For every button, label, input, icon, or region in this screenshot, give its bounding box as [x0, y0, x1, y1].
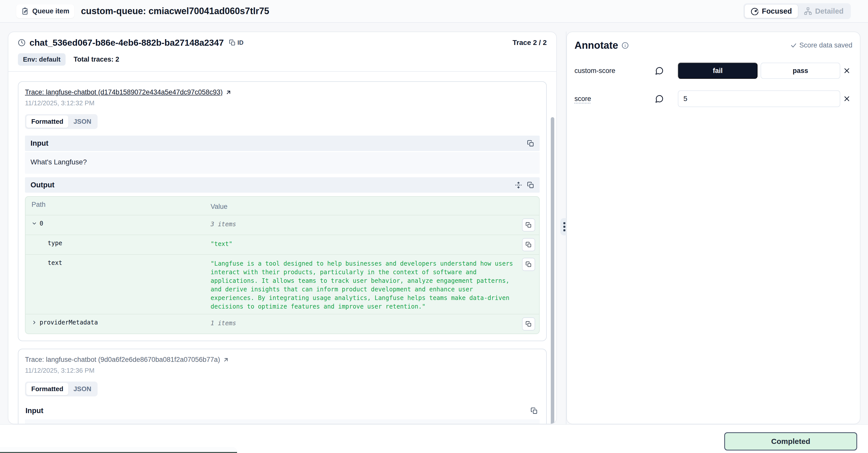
row-path: text [48, 259, 62, 266]
col-value: Value [211, 201, 535, 211]
external-link-icon [223, 357, 229, 363]
option-fail-button[interactable]: fail [678, 63, 757, 79]
table-row[interactable]: providerMetadata 1 items [26, 314, 539, 334]
trace-card: Trace: langfuse-chatbot (d174b1589072e43… [18, 81, 547, 341]
table-header-row: Path Value [26, 197, 539, 215]
option-pass-button[interactable]: pass [761, 63, 840, 79]
copy-input-button[interactable] [531, 407, 538, 414]
circle-gauge-icon [751, 7, 759, 15]
copy-id-button[interactable]: ID [229, 39, 244, 46]
table-row[interactable]: 0 3 items [26, 215, 539, 234]
queue-item-label: Queue item [32, 7, 69, 15]
score-name: score [575, 95, 655, 103]
copy-icon [229, 39, 236, 46]
detailed-view-button[interactable]: Detailed [798, 4, 849, 18]
saved-status: Score data saved [799, 41, 852, 49]
clipped-element-edge [0, 447, 237, 453]
delete-score-button[interactable] [843, 67, 852, 75]
comment-bubble-icon[interactable] [655, 94, 678, 103]
check-icon [790, 42, 797, 49]
copy-input-button[interactable] [527, 140, 534, 147]
delete-score-button[interactable] [843, 95, 852, 103]
item-title: chat_536ed067-b86e-4eb6-882b-ba27148a234… [30, 38, 224, 48]
tab-json[interactable]: JSON [68, 115, 96, 128]
detailed-label: Detailed [815, 7, 843, 16]
score-value-input[interactable] [678, 90, 840, 107]
copy-row-button[interactable] [522, 317, 535, 331]
focused-label: Focused [762, 7, 792, 16]
item-header: chat_536ed067-b86e-4eb6-882b-ba27148a234… [8, 32, 556, 71]
format-tabs: Formatted JSON [25, 114, 98, 129]
info-icon[interactable] [622, 42, 629, 49]
external-link-icon [225, 89, 232, 96]
queue-item-panel: chat_536ed067-b86e-4eb6-882b-ba27148a234… [8, 32, 557, 424]
top-bar: Queue item custom-queue: cmiacwel70041ad… [0, 0, 868, 23]
chevron-down-icon [32, 221, 37, 226]
trace-timestamp: 11/12/2025, 3:12:32 PM [25, 99, 540, 107]
row-path: providerMetadata [39, 319, 98, 326]
row-value: "Langfuse is a tool designed to help bus… [211, 258, 519, 311]
annotate-title: Annotate [575, 40, 618, 51]
clipboard-pen-icon [21, 7, 29, 15]
id-label: ID [238, 39, 244, 46]
trace-counter: Trace 2 / 2 [513, 39, 547, 47]
env-badge: Env: default [18, 53, 66, 66]
copy-row-button[interactable] [522, 219, 535, 231]
output-json-table: Path Value 0 3 items type "text" [25, 196, 540, 334]
trace-card: Trace: langfuse-chatbot (9d0a6f2e6de8670… [18, 349, 547, 424]
copy-output-button[interactable] [527, 181, 534, 189]
tab-formatted[interactable]: Formatted [26, 115, 68, 128]
annotate-panel: Annotate Score data saved custom-score f… [566, 32, 861, 424]
col-path: Path [32, 201, 211, 208]
score-row-custom-score: custom-score fail pass [575, 63, 852, 79]
row-value: 1 items [211, 317, 519, 328]
copy-row-button[interactable] [522, 238, 535, 251]
trace-link[interactable]: Trace: langfuse-chatbot (9d0a6f2e6de8670… [25, 356, 220, 364]
output-label: Output [31, 181, 55, 189]
format-tabs: Formatted JSON [25, 381, 98, 396]
completed-button[interactable]: Completed [724, 432, 857, 451]
score-name: custom-score [575, 67, 655, 75]
focused-view-button[interactable]: Focused [745, 4, 798, 18]
traces-scroll-area: Trace: langfuse-chatbot (d174b1589072e43… [8, 72, 556, 424]
trace-timestamp: 11/12/2025, 3:12:36 PM [25, 367, 540, 374]
total-traces: Total traces: 2 [74, 56, 119, 63]
page-title: custom-queue: cmiacwel70041ad060s7tlr75 [81, 6, 269, 17]
chevron-right-icon [32, 320, 37, 325]
row-path: 0 [39, 220, 43, 227]
row-path: type [48, 239, 62, 247]
input-content: How to get user feedback in my traces? [25, 419, 540, 424]
view-mode-toggle: Focused Detailed [743, 3, 851, 19]
vertical-scrollbar[interactable] [551, 117, 554, 424]
tab-json[interactable]: JSON [68, 383, 96, 395]
row-value: 3 items [211, 219, 519, 228]
table-row[interactable]: text "Langfuse is a tool designed to hel… [26, 254, 539, 314]
comment-bubble-icon[interactable] [655, 66, 678, 75]
table-row[interactable]: type "text" [26, 234, 539, 254]
expand-output-button[interactable] [515, 181, 522, 189]
network-icon [804, 7, 812, 15]
copy-row-button[interactable] [522, 258, 535, 271]
clock-icon [18, 39, 26, 47]
trace-link[interactable]: Trace: langfuse-chatbot (d174b1589072e43… [25, 88, 223, 96]
input-content: What's Langfuse? [25, 152, 540, 174]
row-value: "text" [211, 238, 519, 248]
input-label: Input [31, 139, 49, 147]
tab-formatted[interactable]: Formatted [26, 383, 68, 395]
input-label: Input [26, 406, 43, 415]
queue-item-chip: Queue item [16, 4, 74, 18]
score-row-score: score [575, 90, 852, 107]
